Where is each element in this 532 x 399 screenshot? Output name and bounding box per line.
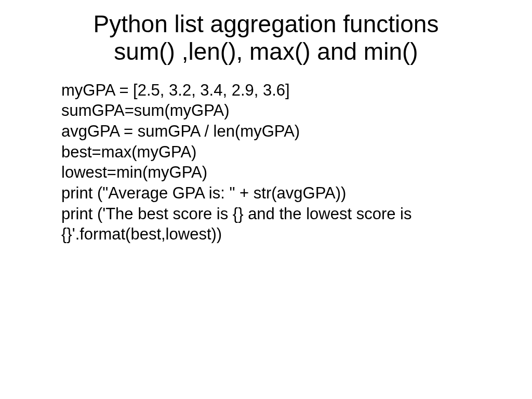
code-line-4: best=max(myGPA)	[61, 142, 480, 163]
code-line-5: lowest=min(myGPA)	[61, 162, 480, 183]
code-line-1: myGPA = [2.5, 3.2, 3.4, 2.9, 3.6]	[61, 80, 480, 101]
title-line-2: sum() ,len(), max() and min()	[114, 38, 418, 65]
slide: Python list aggregation functions sum() …	[0, 0, 532, 399]
code-line-2: sumGPA=sum(myGPA)	[61, 100, 480, 121]
title-line-1: Python list aggregation functions	[94, 10, 439, 37]
slide-title: Python list aggregation functions sum() …	[31, 10, 501, 65]
code-line-7: print ('The best score is {} and the low…	[61, 204, 480, 245]
code-line-6: print ("Average GPA is: " + str(avgGPA))	[61, 183, 480, 204]
slide-content: myGPA = [2.5, 3.2, 3.4, 2.9, 3.6] sumGPA…	[31, 80, 501, 245]
code-line-3: avgGPA = sumGPA / len(myGPA)	[61, 121, 480, 142]
